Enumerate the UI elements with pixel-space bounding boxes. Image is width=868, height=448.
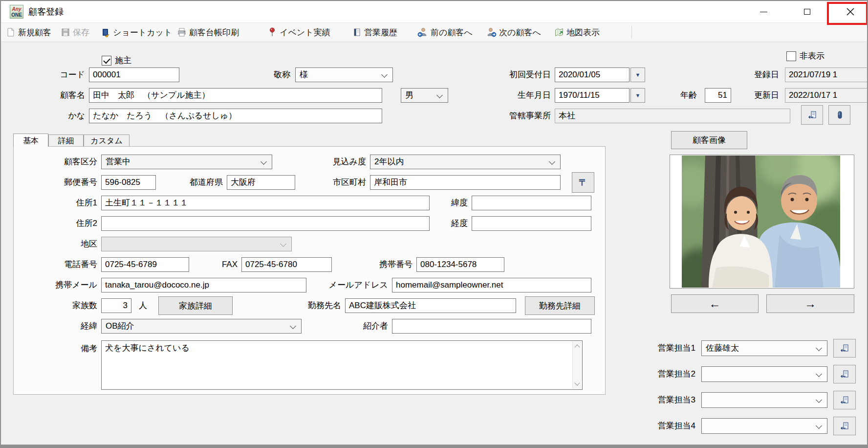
registered-date-field: 2021/07/19 1 [785, 67, 868, 82]
prefecture-label: 都道府県 [173, 175, 223, 190]
open-form-icon [840, 369, 849, 379]
toolbar-save-button[interactable]: 保存 [61, 23, 89, 42]
chevron-down-icon [816, 371, 822, 377]
address2-field[interactable] [101, 216, 430, 231]
birth-date-dropdown-button[interactable]: ▼ [630, 88, 645, 103]
workplace-detail-button[interactable]: 勤務先詳細 [525, 296, 595, 315]
city-label: 市区町村 [316, 175, 366, 190]
toolbar-prev-customer-button[interactable]: 前の顧客へ [417, 23, 473, 42]
sales-rep3-select-button[interactable] [833, 391, 856, 409]
background-select[interactable]: OB紹介 [101, 319, 302, 334]
sales-rep3-select[interactable] [701, 392, 827, 408]
sales-rep1-select[interactable]: 佐藤雄太 [701, 340, 827, 356]
introducer-field[interactable] [392, 319, 591, 334]
mobile-mail-field[interactable]: tanaka_tarou@dococo.ne.jp [101, 278, 306, 292]
next-image-button[interactable]: → [766, 294, 854, 313]
family-count-field[interactable]: 3 [101, 298, 131, 313]
office-select-button[interactable] [801, 105, 823, 125]
owner-checkbox[interactable] [102, 56, 111, 66]
toolbar-label: 地図表示 [566, 27, 600, 38]
toolbar: 新規顧客 保存 ショートカット 顧客台帳印刷 イベント実績 営業履歴 前の顧客へ [1, 22, 867, 42]
toolbar-next-customer-button[interactable]: 次の顧客へ [486, 23, 541, 42]
sales-rep1-label: 営業担当1 [641, 340, 695, 356]
honorific-select[interactable]: 様 [295, 67, 393, 82]
address1-field[interactable]: 土生町１１－１１１１ [101, 196, 430, 210]
fax-field[interactable]: 0725-45-6780 [241, 257, 332, 272]
customer-registration-window: Any ONE 顧客登録 新規顧客 保存 ショートカット 顧客台 [0, 0, 868, 448]
mail-field[interactable]: homemail@sampleowner.net [392, 278, 591, 292]
toolbar-shortcut-button[interactable]: ショートカット [101, 23, 172, 42]
code-field[interactable]: 000001 [89, 67, 179, 82]
close-button[interactable] [835, 1, 866, 22]
chevron-down-icon [816, 423, 822, 429]
first-date-dropdown-button[interactable]: ▼ [630, 67, 645, 82]
customer-image-button[interactable]: 顧客画像 [671, 131, 747, 149]
workplace-label: 勤務先名 [299, 298, 341, 313]
toolbar-event-results-button[interactable]: イベント実績 [267, 23, 330, 42]
maximize-button[interactable] [792, 1, 822, 22]
customer-name-field[interactable]: 田中 太郎 （サンプル施主） [89, 88, 382, 103]
toolbar-label: ショートカット [113, 27, 172, 38]
prefecture-field[interactable]: 大阪府 [227, 175, 295, 190]
registered-date-label: 登録日 [748, 67, 779, 82]
city-field[interactable]: 岸和田市 [370, 175, 561, 190]
toolbar-print-ledger-button[interactable]: 顧客台帳印刷 [177, 23, 239, 42]
print-icon [177, 27, 187, 37]
tab-basic[interactable]: 基本 [13, 134, 48, 147]
kana-field[interactable]: たなか たろう （さんぷるせしゅ） [89, 109, 382, 123]
remarks-textarea[interactable]: 犬を大事にされている [101, 340, 583, 390]
toolbar-label: 次の顧客へ [499, 27, 541, 38]
birth-date-field[interactable]: 1970/11/15 [555, 88, 629, 103]
sales-rep2-select-button[interactable] [833, 365, 856, 383]
toolbar-label: 営業履歴 [364, 27, 397, 38]
toolbar-map-display-button[interactable]: 地図表示 [554, 23, 600, 42]
sales-rep3-label: 営業担当3 [641, 392, 695, 408]
sales-rep1-select-button[interactable] [833, 339, 856, 358]
latitude-field[interactable] [472, 196, 591, 210]
shortcut-icon [101, 27, 110, 37]
toolbar-label: 新規顧客 [18, 27, 51, 38]
phone-field[interactable]: 0725-45-6789 [101, 257, 189, 272]
category-select[interactable]: 営業中 [101, 155, 272, 169]
office-clear-button[interactable] [828, 105, 850, 125]
first-date-field[interactable]: 2020/01/05 [555, 67, 629, 82]
right-arrow-icon: → [804, 297, 816, 311]
toolbar-label: 顧客台帳印刷 [189, 27, 239, 38]
updated-date-field: 2022/10/17 1 [785, 88, 868, 103]
customer-photo [682, 156, 840, 288]
minimize-button[interactable] [748, 1, 779, 22]
longitude-field[interactable] [472, 216, 591, 231]
prospect-select[interactable]: 2年以内 [370, 155, 561, 169]
toolbar-sales-history-button[interactable]: 営業履歴 [352, 23, 397, 42]
postal-mark-icon: 〒 [579, 177, 587, 188]
postal-field[interactable]: 596-0825 [101, 175, 156, 190]
family-unit-label: 人 [139, 298, 147, 313]
remarks-scrollbar[interactable] [572, 341, 582, 389]
postal-label: 郵便番号 [47, 175, 97, 190]
scroll-down-icon[interactable] [574, 380, 580, 385]
updated-date-label: 更新日 [748, 88, 779, 103]
hidden-checkbox[interactable] [786, 51, 796, 61]
category-label: 顧客区分 [47, 155, 97, 169]
left-arrow-icon: ← [709, 297, 721, 311]
open-form-icon [840, 343, 849, 353]
tab-custom[interactable]: カスタム [84, 134, 130, 146]
mobile-field[interactable]: 080-1234-5678 [416, 257, 504, 272]
introducer-label: 紹介者 [349, 319, 388, 334]
toolbar-new-customer-button[interactable]: 新規顧客 [6, 23, 51, 42]
scroll-up-icon[interactable] [574, 344, 580, 350]
postal-lookup-button[interactable]: 〒 [572, 172, 594, 193]
gender-select[interactable]: 男 [401, 88, 448, 103]
prev-customer-icon [417, 27, 428, 37]
sales-rep4-select[interactable] [701, 418, 827, 434]
tab-detail[interactable]: 詳細 [48, 134, 84, 146]
workplace-field[interactable]: ABC建販株式会社 [345, 298, 516, 313]
sales-rep4-label: 営業担当4 [641, 418, 695, 434]
family-detail-button[interactable]: 家族詳細 [158, 296, 233, 315]
prev-image-button[interactable]: ← [671, 294, 759, 313]
sales-rep4-select-button[interactable] [833, 417, 856, 435]
minimize-icon [760, 12, 767, 12]
customer-photo-frame [670, 155, 854, 289]
age-field: 51 [705, 88, 731, 103]
sales-rep2-select[interactable] [701, 366, 827, 382]
